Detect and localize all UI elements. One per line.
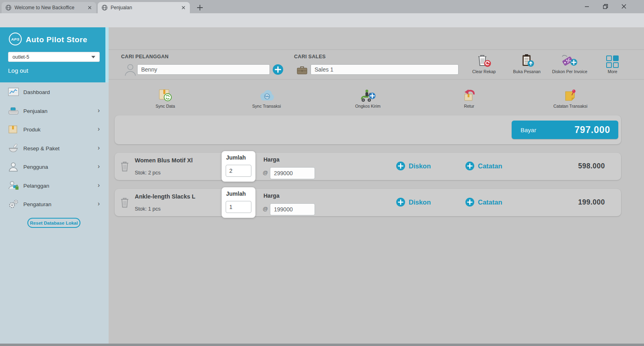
sidebar-item-pengaturan[interactable]: Pengaturan › — [0, 195, 109, 214]
sidebar-item-resep-paket[interactable]: Resep & Paket › — [0, 139, 109, 158]
delete-item-button[interactable] — [120, 161, 129, 172]
delete-item-button[interactable] — [120, 197, 129, 208]
add-catatan-button[interactable]: Catatan — [465, 162, 502, 170]
toolbar-divider — [109, 79, 644, 80]
sidebar-item-pelanggan[interactable]: Pelanggan › — [0, 176, 109, 195]
add-diskon-button[interactable]: Diskon — [396, 162, 431, 170]
sync-transaksi-button[interactable]: Sync Transaksi — [216, 84, 317, 109]
restore-window-button[interactable] — [596, 0, 615, 13]
globe-favicon-icon — [5, 4, 12, 11]
sync-data-button[interactable]: Sync Data — [115, 84, 216, 109]
quick-action-label: Clear Rekap — [472, 69, 496, 74]
grid-more-icon — [606, 55, 619, 68]
minimize-button[interactable] — [578, 0, 596, 13]
retur-button[interactable]: Retur — [418, 84, 520, 109]
sidebar-item-label: Pengguna — [23, 164, 48, 170]
price-input[interactable] — [270, 167, 315, 179]
sidebar-item-dashboard[interactable]: Dashboard — [0, 83, 109, 102]
jumlah-label: Jumlah — [226, 154, 246, 161]
bayar-label: Bayar — [521, 127, 536, 133]
diskon-label: Diskon — [409, 162, 431, 170]
cash-register-icon — [8, 107, 19, 115]
sidebar-item-label: Penjualan — [23, 108, 47, 114]
quick-action-label: Buka Pesanan — [513, 69, 541, 74]
chevron-right-icon: › — [98, 106, 100, 114]
plus-circle-icon — [465, 198, 474, 207]
bottom-edge-strip — [0, 344, 644, 346]
user-icon — [8, 162, 19, 172]
box-sync-icon — [158, 88, 173, 102]
sales-search-input[interactable] — [311, 64, 459, 75]
quick-actions-bar: Clear Rekap Buka Pesanan Diskon Per Invo… — [463, 53, 634, 74]
at-symbol: @ — [263, 206, 268, 212]
outlet-select[interactable]: outlet-5 — [8, 52, 100, 62]
catatan-label: Catatan — [478, 162, 502, 170]
customer-search-input[interactable] — [137, 64, 270, 75]
tab-close-icon[interactable] — [87, 5, 93, 10]
payment-panel: Bayar 797.000 — [115, 115, 621, 144]
sidebar-item-penjualan[interactable]: Penjualan › — [0, 102, 109, 121]
tab-penjualan[interactable]: Penjualan — [98, 2, 190, 13]
jumlah-panel: Jumlah — [222, 187, 255, 218]
buka-pesanan-button[interactable]: Buka Pesanan — [506, 53, 549, 74]
chevron-right-icon: › — [98, 200, 100, 207]
add-diskon-button[interactable]: Diskon — [396, 198, 431, 207]
row-subtotal: 199.000 — [578, 198, 605, 207]
quantity-input[interactable] — [226, 201, 251, 213]
brand-title: Auto Pilot Store — [26, 35, 87, 44]
close-window-button[interactable] — [615, 0, 633, 13]
diskon-per-invoice-button[interactable]: Diskon Per Invoice — [548, 53, 591, 74]
window-titlebar: Welcome to New Backoffice Penjualan — [0, 0, 644, 13]
sidebar-item-pengguna[interactable]: Pengguna › — [0, 158, 109, 176]
harga-label: Harga — [263, 156, 280, 163]
harga-label: Harga — [263, 192, 280, 199]
add-catatan-button[interactable]: Catatan — [465, 198, 502, 207]
product-stock: Stok: 2 pcs — [135, 170, 160, 176]
at-symbol: @ — [263, 170, 268, 176]
aps-logo-text: APS — [11, 37, 19, 41]
product-box-icon — [8, 125, 18, 134]
sidebar-item-label: Dashboard — [23, 89, 50, 95]
new-tab-button[interactable] — [195, 3, 204, 12]
tab-close-icon[interactable] — [181, 5, 186, 10]
globe-favicon-icon — [101, 4, 108, 11]
sidebar-header: APS Auto Pilot Store outlet-5 Log out — [0, 27, 109, 82]
product-stock: Stok: 1 pcs — [135, 206, 160, 212]
price-input[interactable] — [270, 203, 315, 215]
sync-actions-bar: Sync Data Sync Transaksi Ongkos Kirim Re… — [115, 84, 621, 109]
tab-welcome-backoffice[interactable]: Welcome to New Backoffice — [2, 2, 96, 13]
more-button[interactable]: More — [591, 53, 634, 74]
catatan-transaksi-button[interactable]: Catatan Transaksi — [520, 84, 621, 109]
sidebar: Dashboard Penjualan › Produk › Resep & P… — [0, 82, 109, 346]
jumlah-panel: Jumlah — [222, 151, 255, 182]
gears-icon — [8, 199, 19, 209]
quick-action-label: Diskon Per Invoice — [552, 69, 587, 74]
product-name: Women Blus Motif Xl — [135, 157, 193, 164]
sync-action-label: Retur — [464, 104, 474, 109]
customer-bag-icon — [8, 181, 19, 190]
cart-row: Ankle-length Slacks L Stok: 1 pcs Harga … — [115, 189, 621, 216]
main-content: CARI PELANGGAN CARI SALES Clear Rekap Bu… — [109, 27, 644, 346]
cart-row: Women Blus Motif Xl Stok: 2 pcs Harga @ … — [115, 153, 621, 180]
sync-action-label: Catatan Transaksi — [553, 104, 588, 109]
row-subtotal: 598.000 — [578, 162, 605, 170]
bayar-button[interactable]: Bayar 797.000 — [512, 121, 618, 139]
mortar-pestle-icon — [8, 144, 19, 153]
sync-action-label: Sync Transaksi — [252, 104, 281, 109]
tab-title: Penjualan — [111, 5, 178, 10]
return-box-icon — [462, 88, 476, 102]
browser-toolbar: member.autopilotstore.co.id/kasir.php a — [0, 13, 644, 27]
product-name: Ankle-length Slacks L — [135, 193, 195, 200]
clear-rekap-button[interactable]: Clear Rekap — [463, 53, 506, 74]
sidebar-item-label: Resep & Paket — [23, 145, 60, 151]
ongkos-kirim-button[interactable]: Ongkos Kirim — [317, 84, 419, 109]
reset-database-button[interactable]: Reset Database Lokal — [27, 218, 80, 228]
briefcase-icon — [296, 65, 308, 75]
sidebar-item-label: Pengaturan — [23, 201, 51, 207]
logout-link[interactable]: Log out — [8, 67, 28, 74]
sidebar-item-produk[interactable]: Produk › — [0, 120, 109, 139]
add-customer-button[interactable] — [273, 64, 283, 75]
trash-refresh-icon — [477, 53, 491, 68]
bayar-total: 797.000 — [574, 125, 610, 135]
quantity-input[interactable] — [226, 165, 251, 177]
